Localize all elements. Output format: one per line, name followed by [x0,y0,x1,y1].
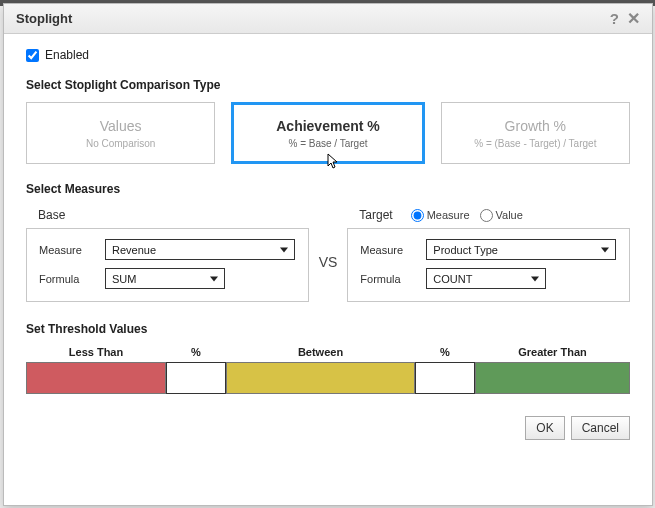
threshold-headers: Less Than % Between % Greater Than [26,346,630,358]
threshold-bar-low [26,362,166,394]
select-value: Revenue [112,244,156,256]
threshold-high-input-wrap [415,362,475,394]
target-box: Measure Product Type Formula COUNT [347,228,630,302]
threshold-high-input[interactable] [416,363,474,393]
vs-label: VS [319,206,338,302]
enabled-label: Enabled [45,48,89,62]
formula-field-label: Formula [360,273,416,285]
close-icon[interactable]: ✕ [623,9,644,28]
target-mode-value[interactable]: Value [480,209,523,222]
base-column: Base Measure Revenue Formula SUM [26,206,309,302]
base-measure-select[interactable]: Revenue [105,239,295,260]
dialog-titlebar: Stoplight ? ✕ [4,4,652,34]
type-card-growth[interactable]: Growth % % = (Base - Target) / Target [441,102,630,164]
section-threshold-label: Set Threshold Values [26,322,630,336]
target-mode-measure[interactable]: Measure [411,209,470,222]
cancel-button[interactable]: Cancel [571,416,630,440]
target-formula-select[interactable]: COUNT [426,268,546,289]
base-header: Base [26,206,309,228]
select-value: Product Type [433,244,498,256]
target-label: Target [359,208,392,222]
target-measure-select[interactable]: Product Type [426,239,616,260]
th-between-label: Between [226,346,415,358]
help-icon[interactable]: ? [606,10,623,27]
measure-field-label: Measure [360,244,416,256]
target-header: Target Measure Value [347,206,630,228]
section-measures-label: Select Measures [26,182,630,196]
measures-area: Base Measure Revenue Formula SUM [26,206,630,302]
base-formula-select[interactable]: SUM [105,268,225,289]
th-lessthan-label: Less Than [26,346,166,358]
select-value: COUNT [433,273,472,285]
section-type-label: Select Stoplight Comparison Type [26,78,630,92]
card-sub: No Comparison [86,138,155,149]
threshold-low-input-wrap [166,362,226,394]
base-formula-row: Formula SUM [39,268,296,289]
base-box: Measure Revenue Formula SUM [26,228,309,302]
enabled-checkbox[interactable] [26,49,39,62]
card-title: Achievement % [276,118,379,134]
threshold-low-input[interactable] [167,363,225,393]
target-mode-value-radio[interactable] [480,209,493,222]
target-mode-radios: Measure Value [411,209,523,222]
target-measure-row: Measure Product Type [360,239,617,260]
radio-label: Value [496,209,523,221]
radio-label: Measure [427,209,470,221]
dialog-title: Stoplight [16,11,606,26]
card-sub: % = (Base - Target) / Target [474,138,596,149]
target-formula-row: Formula COUNT [360,268,617,289]
formula-field-label: Formula [39,273,95,285]
ok-button[interactable]: OK [525,416,564,440]
cursor-icon [324,153,340,175]
target-column: Target Measure Value Measur [347,206,630,302]
enabled-row: Enabled [26,48,630,62]
dialog-buttons: OK Cancel [26,416,630,440]
type-cards: Values No Comparison Achievement % % = B… [26,102,630,164]
stoplight-dialog: Stoplight ? ✕ Enabled Select Stoplight C… [3,3,653,506]
card-title: Values [100,118,142,134]
target-mode-measure-radio[interactable] [411,209,424,222]
card-title: Growth % [505,118,566,134]
th-percent-label-1: % [166,346,226,358]
th-percent-label-2: % [415,346,475,358]
threshold-bars [26,362,630,394]
dialog-body: Enabled Select Stoplight Comparison Type… [4,34,652,452]
measure-field-label: Measure [39,244,95,256]
type-card-values[interactable]: Values No Comparison [26,102,215,164]
threshold-bar-high [475,362,630,394]
card-sub: % = Base / Target [288,138,367,149]
select-value: SUM [112,273,136,285]
threshold-bar-mid [226,362,415,394]
type-card-achievement[interactable]: Achievement % % = Base / Target [231,102,424,164]
th-greaterthan-label: Greater Than [475,346,630,358]
base-measure-row: Measure Revenue [39,239,296,260]
